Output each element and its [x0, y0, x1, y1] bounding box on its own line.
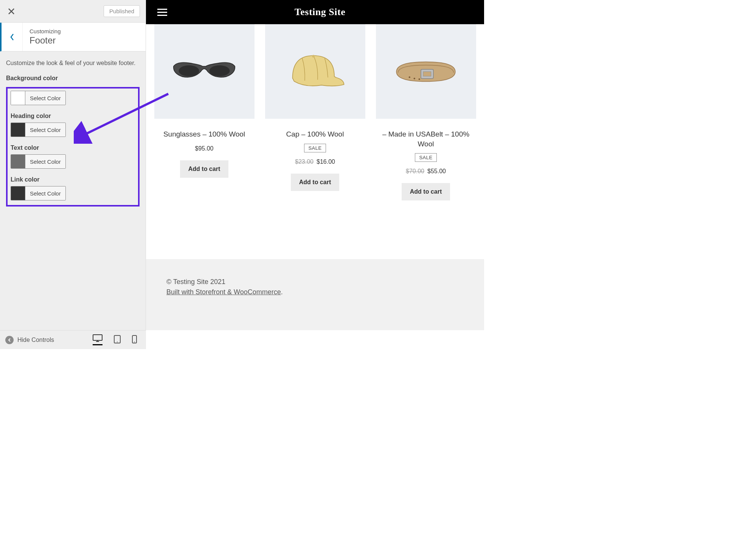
- menu-toggle-button[interactable]: [157, 9, 167, 16]
- link-color-picker[interactable]: Select Color: [11, 186, 66, 200]
- add-to-cart-button[interactable]: Add to cart: [291, 174, 339, 191]
- add-to-cart-button[interactable]: Add to cart: [402, 183, 450, 200]
- background-color-label: Background color: [6, 75, 140, 82]
- svg-point-11: [117, 342, 118, 342]
- back-button[interactable]: [2, 23, 23, 51]
- device-tablet-button[interactable]: [114, 335, 121, 345]
- site-header: Testing Site: [146, 0, 484, 24]
- collapse-icon: [5, 336, 14, 344]
- svg-point-7: [414, 78, 415, 79]
- close-button[interactable]: [0, 0, 23, 22]
- svg-point-8: [419, 78, 420, 80]
- text-color-label: Text color: [11, 144, 135, 151]
- heading-color-picker[interactable]: Select Color: [11, 123, 66, 137]
- svg-point-6: [409, 76, 410, 78]
- chevron-left-icon: [10, 33, 14, 41]
- panel-title: Footer: [29, 35, 61, 46]
- cap-icon: [283, 49, 347, 94]
- customizer-bottombar: Hide Controls: [0, 330, 146, 349]
- heading-color-swatch: [11, 123, 25, 137]
- sale-badge: SALE: [415, 153, 436, 162]
- link-color-swatch: [11, 186, 25, 200]
- link-color-control: Link color Select Color: [11, 176, 135, 200]
- product-grid: Sunglasses – 100% Wool $95.00 Add to car…: [146, 24, 484, 259]
- heading-color-label: Heading color: [11, 113, 135, 120]
- panel-description: Customize the look & feel of your websit…: [6, 59, 140, 67]
- background-color-control: Background color: [6, 75, 140, 82]
- svg-rect-5: [423, 71, 431, 76]
- svg-rect-9: [93, 335, 102, 340]
- background-color-picker[interactable]: Select Color: [11, 91, 66, 105]
- heading-color-control: Heading color Select Color: [11, 113, 135, 137]
- product-price: $70.00$55.00: [376, 168, 476, 175]
- sidebar-topbar: Published: [0, 0, 146, 23]
- text-color-control: Text color Select Color: [11, 144, 135, 169]
- product-image[interactable]: [265, 24, 365, 119]
- desktop-icon: [93, 334, 102, 343]
- customizer-sidebar: Published Customizing Footer Customize t…: [0, 0, 146, 330]
- product-title: – Made in USABelt – 100% Wool: [376, 129, 476, 149]
- site-title[interactable]: Testing Site: [167, 6, 473, 18]
- sunglasses-icon: [170, 58, 238, 85]
- device-switcher: [93, 334, 141, 345]
- product-price: $95.00: [154, 145, 255, 152]
- footer-credit-link[interactable]: Built with Storefront & WooCommerce: [166, 288, 281, 296]
- link-color-label: Link color: [11, 176, 135, 183]
- svg-point-1: [179, 65, 199, 76]
- hide-controls-button[interactable]: Hide Controls: [5, 336, 54, 344]
- link-select-color-button[interactable]: Select Color: [25, 186, 65, 200]
- product-card: Cap – 100% Wool SALE $23.00$16.00 Add to…: [265, 24, 365, 259]
- svg-point-3: [312, 55, 315, 57]
- device-desktop-button[interactable]: [93, 334, 102, 345]
- hide-controls-label: Hide Controls: [17, 337, 54, 343]
- background-color-swatch: [11, 91, 25, 105]
- product-card: – Made in USABelt – 100% Wool SALE $70.0…: [376, 24, 476, 259]
- text-color-picker[interactable]: Select Color: [11, 154, 66, 169]
- belt-icon: [390, 54, 462, 90]
- site-preview: Testing Site Sunglasses – 100% Wool $95.…: [146, 0, 484, 330]
- device-mobile-button[interactable]: [132, 335, 137, 345]
- product-card: Sunglasses – 100% Wool $95.00 Add to car…: [154, 24, 255, 259]
- product-image[interactable]: [376, 24, 476, 119]
- background-select-color-button[interactable]: Select Color: [25, 91, 65, 105]
- publish-status-button[interactable]: Published: [104, 5, 140, 17]
- hamburger-icon: [157, 9, 167, 10]
- svg-point-13: [134, 342, 135, 342]
- product-image[interactable]: [154, 24, 255, 119]
- add-to-cart-button[interactable]: Add to cart: [180, 160, 228, 178]
- panel-supertitle: Customizing: [29, 28, 61, 34]
- tablet-icon: [114, 335, 121, 343]
- svg-point-2: [210, 65, 230, 76]
- product-title: Cap – 100% Wool: [265, 129, 365, 139]
- text-select-color-button[interactable]: Select Color: [25, 155, 65, 168]
- mobile-icon: [132, 335, 137, 343]
- close-icon: [8, 8, 15, 15]
- site-footer: © Testing Site 2021 Built with Storefron…: [146, 259, 484, 330]
- product-price: $23.00$16.00: [265, 158, 365, 165]
- sale-badge: SALE: [304, 144, 326, 152]
- annotation-highlight-box: Select Color Heading color Select Color …: [6, 87, 140, 207]
- panel-header: Customizing Footer: [0, 23, 146, 51]
- heading-select-color-button[interactable]: Select Color: [25, 123, 65, 137]
- panel-body: Customize the look & feel of your websit…: [0, 51, 146, 330]
- product-title: Sunglasses – 100% Wool: [154, 129, 255, 139]
- footer-copyright: © Testing Site 2021: [166, 278, 464, 286]
- text-color-swatch: [11, 155, 25, 168]
- footer-period: .: [281, 288, 283, 296]
